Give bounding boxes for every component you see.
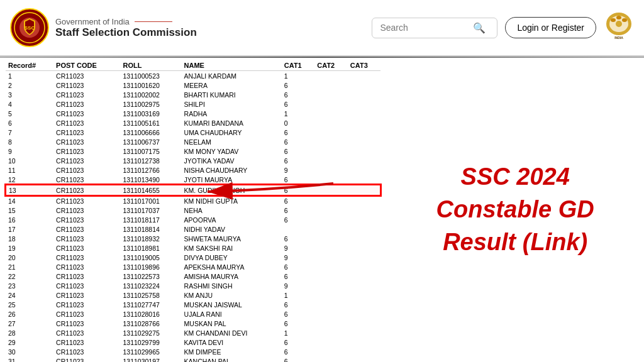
table-cell <box>314 347 348 356</box>
table-cell: 1311006666 <box>120 128 181 137</box>
table-cell: KUMARI BANDANA <box>182 118 282 128</box>
table-row: 2CR110231311001620MEERA6 <box>6 80 380 90</box>
table-cell: 1 <box>282 109 315 118</box>
table-cell: 6 <box>282 262 315 272</box>
table-row: 14CR110231311017001KM NIDHI GUPTA6 <box>6 195 380 206</box>
table-cell <box>314 243 348 253</box>
table-row: 3CR110231311002002BHARTI KUMARI6 <box>6 90 380 99</box>
table-cell: 1311019896 <box>120 262 181 272</box>
search-box[interactable]: 🔍 <box>372 18 497 38</box>
table-cell: 1311018981 <box>120 243 181 253</box>
table-cell <box>314 328 348 337</box>
table-cell: AMISHA MAURYA <box>182 272 282 281</box>
table-cell: BHARTI KUMARI <box>182 90 282 99</box>
table-cell: 6 <box>282 234 315 243</box>
table-row: 25CR110231311027747MUSKAN JAISWAL6 <box>6 300 380 309</box>
table-cell: APEKSHA MAURYA <box>182 262 282 272</box>
table-cell <box>348 118 381 128</box>
table-cell: 29 <box>6 337 53 347</box>
table-cell: 6 <box>282 175 315 185</box>
table-cell: 15 <box>6 206 53 215</box>
table-row: 27CR110231311028766MUSKAN PAL6 <box>6 319 380 328</box>
table-cell <box>348 272 381 281</box>
search-input[interactable] <box>380 23 468 33</box>
table-row: 6CR110231311005161KUMARI BANDANA0 <box>6 118 380 128</box>
table-cell: 1311030197 <box>120 356 181 362</box>
table-cell: CR11023 <box>53 300 120 309</box>
table-cell: 6 <box>282 206 315 215</box>
table-row: 8CR110231311006737NEELAM6 <box>6 137 380 146</box>
table-cell: 1 <box>282 71 315 81</box>
table-cell: 10 <box>6 156 53 165</box>
table-cell: 6 <box>282 128 315 137</box>
table-cell <box>348 109 381 118</box>
table-cell <box>314 175 348 185</box>
table-cell <box>348 281 381 290</box>
table-cell: 1311029965 <box>120 347 181 356</box>
table-row: 12CR110231311013490JYOTI MAURYA6 <box>6 175 380 185</box>
table-cell <box>348 195 381 206</box>
gov-label: Government of India <box>55 17 197 26</box>
table-cell: CR11023 <box>53 156 120 165</box>
table-cell: SHILPI <box>182 99 282 109</box>
table-cell: 1311002002 <box>120 90 181 99</box>
table-cell: UJALA RANI <box>182 309 282 319</box>
table-cell <box>348 234 381 243</box>
table-cell: 7 <box>6 128 53 137</box>
table-row: 13CR110231311014655KM. GUDIYA SINGH6 <box>6 185 380 195</box>
table-cell: 20 <box>6 253 53 262</box>
table-row: 9CR110231311007175KM MONY YADAV6 <box>6 146 380 156</box>
table-cell: CR11023 <box>53 253 120 262</box>
table-cell: 26 <box>6 309 53 319</box>
table-cell: ANJALI KARDAM <box>182 71 282 81</box>
table-cell <box>348 175 381 185</box>
table-cell: 14 <box>6 195 53 206</box>
table-cell: JYOTI MAURYA <box>182 175 282 185</box>
table-cell: 28 <box>6 328 53 337</box>
table-cell: 2 <box>6 80 53 90</box>
table-cell <box>314 90 348 99</box>
table-cell <box>314 337 348 347</box>
col-post: POST CODE <box>53 60 120 71</box>
ssc-logo-icon: SSC <box>10 8 49 47</box>
table-cell: CR11023 <box>53 356 120 362</box>
table-cell: 5 <box>6 109 53 118</box>
table-cell: 1 <box>282 328 315 337</box>
table-row: 7CR110231311006666UMA CHAUDHARY6 <box>6 128 380 137</box>
table-cell: 6 <box>282 337 315 347</box>
table-row: 31CR110231311030197KANCHAN PAL6 <box>6 356 380 362</box>
table-cell: CR11023 <box>53 281 120 290</box>
right-panel: SSC 2024 Constable GD Result (Link) <box>386 58 644 362</box>
table-cell: 6 <box>282 185 315 195</box>
table-row: 17CR110231311018814NIDHI YADAV <box>6 224 380 234</box>
table-cell: 25 <box>6 300 53 309</box>
table-cell: CR11023 <box>53 99 120 109</box>
table-cell: CR11023 <box>53 165 120 175</box>
login-button[interactable]: Login or Register <box>505 17 596 38</box>
table-cell: KM DIMPEE <box>182 347 282 356</box>
table-cell: CR11023 <box>53 185 120 195</box>
table-cell: 1311029799 <box>120 337 181 347</box>
table-cell: 1311003169 <box>120 109 181 118</box>
table-cell: NISHA CHAUDHARY <box>182 165 282 175</box>
table-cell: 17 <box>6 224 53 234</box>
table-cell: 11 <box>6 165 53 175</box>
table-cell: UMA CHAUDHARY <box>182 128 282 137</box>
table-cell: 6 <box>282 356 315 362</box>
table-cell <box>314 262 348 272</box>
table-cell <box>314 281 348 290</box>
table-cell: CR11023 <box>53 206 120 215</box>
table-cell: CR11023 <box>53 272 120 281</box>
constable-gd-heading: Constable GD <box>436 197 594 223</box>
table-cell: CR11023 <box>53 146 120 156</box>
table-cell: CR11023 <box>53 137 120 146</box>
table-cell <box>348 300 381 309</box>
table-area: Record# POST CODE ROLL NAME CAT1 CAT2 CA… <box>0 58 386 362</box>
table-cell: 0 <box>282 118 315 128</box>
table-row: 21CR110231311019896APEKSHA MAURYA6 <box>6 262 380 272</box>
table-cell <box>282 224 315 234</box>
table-cell <box>348 224 381 234</box>
table-cell <box>348 156 381 165</box>
table-row: 23CR110231311023224RASHMI SINGH9 <box>6 281 380 290</box>
table-cell: CR11023 <box>53 128 120 137</box>
